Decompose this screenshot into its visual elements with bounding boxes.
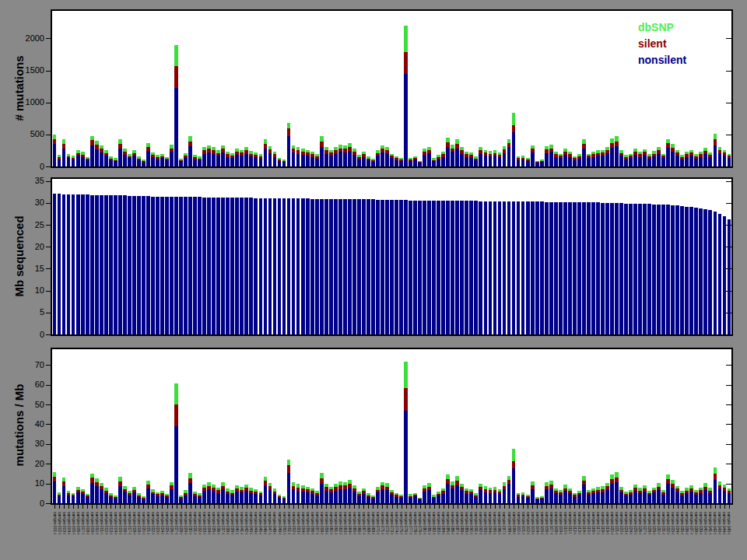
bar-segment-ns (292, 152, 296, 166)
bar-segment-ns (296, 491, 300, 503)
bar-segment-mb (240, 198, 244, 334)
bar-segment-ns (427, 153, 431, 166)
x-tick-label: sample-130-t (657, 512, 661, 534)
bar-segment-ns (723, 156, 727, 166)
x-tick-label: sample-096-t (497, 512, 501, 534)
bar (118, 139, 122, 166)
bar-segment-ns (675, 492, 679, 503)
bar-segment-mb (680, 206, 684, 334)
bar-segment-ns (647, 495, 651, 503)
bar-segment-ns (577, 495, 581, 503)
bar (498, 201, 502, 334)
bar-segment-ns (545, 489, 549, 503)
legend: dbSNP silent nonsilent (638, 19, 686, 68)
x-tick-mark (495, 505, 496, 509)
x-tick-label: sample-051-t (287, 512, 291, 534)
bar-segment-ns (123, 492, 127, 503)
bar (671, 480, 675, 503)
bar (259, 154, 263, 166)
bar-segment-ns (633, 155, 637, 166)
x-tick-mark (242, 505, 243, 509)
x-tick-mark (115, 505, 116, 509)
x-tick-label: sample-122-t (619, 512, 623, 534)
bar (413, 493, 417, 503)
x-tick-label: sample-021-t (146, 512, 150, 534)
bar (418, 201, 422, 334)
bar-segment-ns (498, 157, 502, 166)
x-tick-label: sample-043-t (249, 512, 253, 534)
bar-segment-ns (67, 495, 71, 503)
bar-segment-ns (264, 149, 268, 166)
bar (413, 156, 417, 166)
bar-segment-ns (535, 499, 539, 503)
bar-segment-ns (582, 149, 586, 166)
bar (174, 197, 178, 334)
bar (479, 147, 482, 166)
x-tick-label: sample-067-t (362, 512, 366, 534)
y-tick-mark (726, 71, 731, 72)
bar (694, 208, 698, 334)
bar-segment-mb (264, 198, 268, 334)
bar (362, 488, 366, 503)
x-tick-label: sample-084-t (441, 512, 445, 534)
bar-segment-mb (493, 201, 497, 334)
bar-segment-mb (165, 197, 169, 334)
bar-segment-ns (554, 493, 558, 503)
bar (371, 199, 375, 334)
bar-segment-mb (254, 198, 258, 334)
x-tick-label: sample-015-t (118, 512, 122, 534)
bar-segment-ns (381, 152, 384, 166)
bar-segment-ns (230, 158, 234, 166)
bar (582, 202, 586, 334)
bar (549, 202, 553, 334)
x-tick-mark (616, 505, 617, 509)
bar (652, 205, 656, 334)
x-tick-mark (420, 505, 421, 509)
bar (193, 492, 197, 503)
x-tick-mark (312, 505, 313, 509)
y-tick-label: 1000 (12, 98, 44, 107)
x-tick-mark (237, 505, 238, 509)
bar-segment-ns (699, 157, 703, 166)
bar (310, 152, 314, 166)
bar (714, 134, 717, 166)
bar (179, 495, 183, 503)
bar (282, 496, 286, 503)
x-tick-mark (106, 505, 107, 509)
x-tick-mark (148, 505, 149, 509)
bar-segment-ns (104, 156, 108, 166)
bar-segment-mb (413, 201, 417, 334)
bar-segment-db (714, 467, 717, 474)
bar (268, 146, 272, 166)
bar-segment-db (188, 136, 192, 142)
y-tick-label: 1500 (12, 66, 44, 75)
x-tick-label: sample-079-t (418, 512, 422, 534)
bar (72, 493, 75, 503)
bar-segment-ns (306, 492, 310, 503)
bar-segment-ns (427, 490, 431, 503)
y-tick-mark (46, 225, 51, 226)
x-tick-mark (729, 505, 730, 509)
bar-segment-mb (409, 201, 412, 334)
x-tick-label: sample-069-t (371, 512, 375, 534)
bar (441, 152, 445, 166)
x-tick-label: sample-009-t (90, 512, 94, 534)
y-tick-label: 0 (12, 499, 44, 508)
bar-segment-ns (441, 157, 445, 166)
x-tick-mark (279, 505, 280, 509)
bar-segment-mb (128, 196, 132, 334)
bar (156, 492, 160, 503)
bar (151, 489, 155, 503)
bar (146, 143, 150, 166)
bar (334, 199, 338, 334)
bar (118, 195, 122, 334)
y-axis-label-mutations: # mutations (12, 42, 26, 135)
bar-segment-ns (484, 156, 488, 166)
x-tick-label: sample-093-t (483, 512, 487, 534)
bar (273, 488, 277, 503)
bar-segment-si (404, 52, 408, 74)
bar-segment-ns (310, 494, 314, 503)
bar (376, 487, 380, 503)
bar-segment-ns (629, 158, 633, 166)
bar-segment-ns (568, 157, 572, 166)
